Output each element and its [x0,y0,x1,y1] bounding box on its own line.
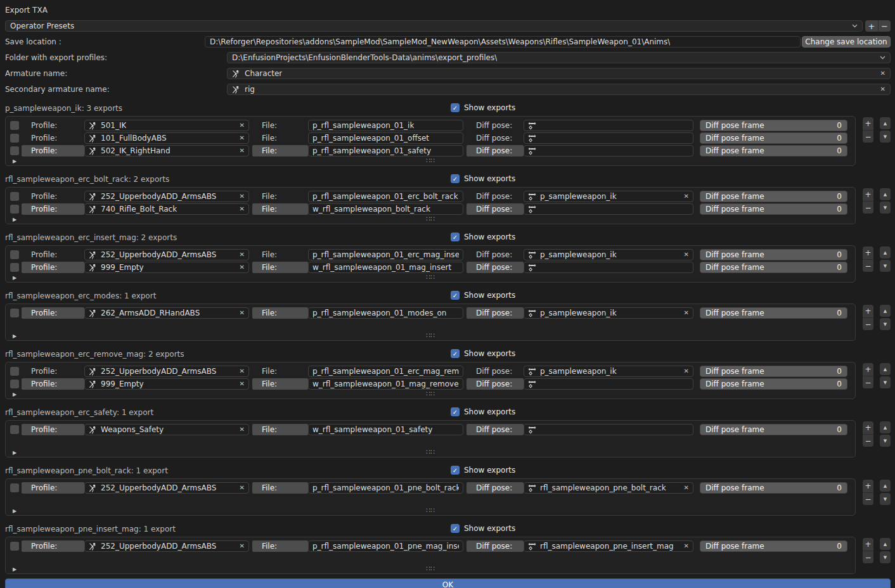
clear-diff-pose-icon[interactable]: ✕ [684,485,689,491]
profile-dropdown[interactable]: 502_IK_RightHand ✕ [84,145,249,157]
diff-pose-frame-slider[interactable]: Diff pose frame 0 [700,145,847,157]
profile-dropdown[interactable]: 999_Empty ✕ [84,262,249,273]
clear-profile-icon[interactable]: ✕ [240,310,245,316]
diff-pose-frame-slider[interactable]: Diff pose frame 0 [700,540,847,552]
clear-profile-icon[interactable]: ✕ [240,543,245,549]
clear-profile-icon[interactable]: ✕ [240,252,245,258]
diff-pose-frame-slider[interactable]: Diff pose frame 0 [700,132,847,144]
diff-pose-dropdown[interactable]: ✕ [524,378,693,390]
checkbox-checked-icon[interactable]: ✓ [451,291,460,300]
expand-arrow-icon[interactable]: ▶ [13,217,16,222]
diff-pose-dropdown[interactable]: rfl_sampleweapon_pne_insert_mag ✕ [524,540,693,552]
show-exports-toggle[interactable]: ✓ Show exports [451,174,515,183]
profile-dropdown[interactable]: 252_UpperbodyADD_ArmsABS ✕ [84,540,249,552]
checkbox-checked-icon[interactable]: ✓ [451,349,460,358]
profile-dropdown[interactable]: 999_Empty ✕ [84,378,249,390]
diff-pose-dropdown[interactable]: ✕ [524,145,693,157]
checkbox-checked-icon[interactable]: ✓ [451,103,460,112]
diff-pose-frame-slider[interactable]: Diff pose frame 0 [700,482,847,494]
file-input[interactable]: p_rfl_sampleweapon_01_offset [308,132,463,144]
move-down-button[interactable]: ▼ [880,435,891,447]
move-up-button[interactable]: ▲ [880,421,891,433]
show-exports-toggle[interactable]: ✓ Show exports [451,103,515,112]
diff-pose-dropdown[interactable]: ✕ [524,424,693,435]
clear-profile-icon[interactable]: ✕ [240,264,245,271]
diff-pose-frame-slider[interactable]: Diff pose frame 0 [700,378,847,390]
export-row-checkbox[interactable] [10,146,19,155]
remove-export-button[interactable]: − [863,130,873,143]
save-location-input[interactable]: D:\Reforger\Repositories\addons\SampleMo… [205,36,801,48]
move-down-button[interactable]: ▼ [880,551,891,563]
checkbox-checked-icon[interactable]: ✓ [451,407,460,416]
resize-grip[interactable]: ∷∷ [426,215,435,223]
export-row-checkbox[interactable] [10,483,19,492]
move-down-button[interactable]: ▼ [880,318,891,330]
profile-dropdown[interactable]: 501_IK ✕ [84,120,249,131]
diff-pose-dropdown[interactable]: ✕ [524,120,693,131]
diff-pose-frame-slider[interactable]: Diff pose frame 0 [700,424,847,435]
move-up-button[interactable]: ▲ [880,188,891,200]
diff-pose-frame-slider[interactable]: Diff pose frame 0 [700,191,847,202]
add-export-button[interactable]: + [863,188,873,201]
show-exports-toggle[interactable]: ✓ Show exports [451,407,515,416]
profile-dropdown[interactable]: 262_ArmsADD_RHandABS ✕ [84,307,249,319]
export-row-checkbox[interactable] [10,367,19,376]
clear-diff-pose-icon[interactable]: ✕ [684,310,689,316]
add-export-button[interactable]: + [863,305,873,317]
move-up-button[interactable]: ▲ [880,117,891,129]
diff-pose-frame-slider[interactable]: Diff pose frame 0 [700,203,847,215]
profile-dropdown[interactable]: 252_UpperbodyADD_ArmsABS ✕ [84,249,249,260]
resize-grip[interactable]: ∷∷ [426,449,435,456]
remove-export-button[interactable]: − [863,434,873,447]
export-row-checkbox[interactable] [10,134,19,143]
clear-secondary-armature-icon[interactable]: ✕ [880,86,885,93]
diff-pose-dropdown[interactable]: ✕ [524,132,693,144]
add-export-button[interactable]: + [863,363,873,376]
secondary-armature-input[interactable]: rig ✕ [227,84,891,95]
resize-grip[interactable]: ∷∷ [426,332,435,340]
resize-grip[interactable]: ∷∷ [426,565,435,573]
diff-pose-dropdown[interactable]: ✕ [524,203,693,215]
armature-name-input[interactable]: Character ✕ [227,68,891,79]
resize-grip[interactable]: ∷∷ [426,274,435,281]
file-input[interactable]: w_rfl_sampleweapon_01_safety [308,424,463,435]
export-row-checkbox[interactable] [10,425,19,434]
remove-export-button[interactable]: − [863,376,873,388]
diff-pose-dropdown[interactable]: rfl_sampleweapon_pne_bolt_rack ✕ [524,482,693,494]
file-input[interactable]: p_rfl_sampleweapon_01_ik [308,120,463,131]
remove-export-button[interactable]: − [863,551,873,563]
clear-profile-icon[interactable]: ✕ [240,122,245,129]
export-row-checkbox[interactable] [10,380,19,388]
diff-pose-dropdown[interactable]: p_sampleweapon_ik ✕ [524,191,693,202]
clear-profile-icon[interactable]: ✕ [240,368,245,374]
export-row-checkbox[interactable] [10,121,19,130]
remove-preset-button[interactable]: − [878,20,891,32]
profile-dropdown[interactable]: 101_FullBodyABS ✕ [84,132,249,144]
show-exports-toggle[interactable]: ✓ Show exports [451,349,515,358]
expand-arrow-icon[interactable]: ▶ [13,392,16,397]
file-input[interactable]: p_rfl_sampleweapon_01_modes_on [308,307,463,319]
resize-grip[interactable]: ∷∷ [426,157,435,165]
diff-pose-frame-slider[interactable]: Diff pose frame 0 [700,307,847,319]
remove-export-button[interactable]: − [863,492,873,505]
expand-arrow-icon[interactable]: ▶ [13,566,16,572]
move-down-button[interactable]: ▼ [880,493,891,505]
resize-grip[interactable]: ∷∷ [426,390,435,398]
show-exports-toggle[interactable]: ✓ Show exports [451,233,515,241]
move-up-button[interactable]: ▲ [880,246,891,259]
profile-dropdown[interactable]: 740_Rifle_Bolt_Rack ✕ [84,203,249,215]
show-exports-toggle[interactable]: ✓ Show exports [451,291,515,300]
move-up-button[interactable]: ▲ [880,305,891,317]
diff-pose-dropdown[interactable]: ✕ [524,262,693,273]
diff-pose-frame-slider[interactable]: Diff pose frame 0 [700,366,847,377]
move-down-button[interactable]: ▼ [880,260,891,272]
add-export-button[interactable]: + [863,117,873,130]
move-up-button[interactable]: ▲ [880,480,891,492]
checkbox-checked-icon[interactable]: ✓ [451,466,460,475]
clear-profile-icon[interactable]: ✕ [240,381,245,387]
export-row-checkbox[interactable] [10,205,19,214]
diff-pose-frame-slider[interactable]: Diff pose frame 0 [700,120,847,131]
remove-export-button[interactable]: − [863,201,873,214]
move-down-button[interactable]: ▼ [880,131,891,143]
diff-pose-frame-slider[interactable]: Diff pose frame 0 [700,262,847,273]
